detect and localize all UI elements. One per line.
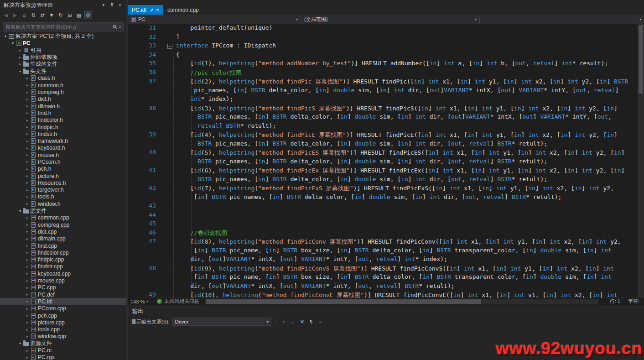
collapsed-arrow-icon[interactable]: ▸ (25, 104, 30, 108)
code-line[interactable]: 41 [id(6), helpstring("method findPicEx … (128, 167, 638, 176)
expanded-arrow-icon[interactable]: ▾ (17, 341, 23, 345)
output-source-dropdown[interactable]: Driver ▾ (172, 318, 271, 326)
code-line[interactable]: BSTR pic_names, [in] BSTR delta_color, [… (128, 176, 638, 185)
tree-item-picture.h[interactable]: ▸picture.h (0, 172, 126, 179)
collapsed-arrow-icon[interactable]: ▸ (25, 237, 30, 241)
tree-item-compreg.h[interactable]: ▸compreg.h (0, 89, 126, 95)
collapsed-arrow-icon[interactable]: ▸ (25, 174, 30, 178)
collapsed-arrow-icon[interactable]: ▸ (25, 223, 30, 227)
vertical-scrollbar[interactable] (638, 24, 644, 297)
collapsed-arrow-icon[interactable]: ▸ (25, 355, 30, 360)
tree-item-源文件[interactable]: ▾源文件 (0, 207, 126, 214)
code-line[interactable]: [in] BSTR pic_name, [in] BSTR box_size, … (128, 273, 638, 282)
switch-views-icon[interactable]: ⇅ (29, 11, 37, 19)
tree-item-pch.h[interactable]: ▸pch.h (0, 166, 126, 172)
collapsed-arrow-icon[interactable]: ▸ (25, 97, 30, 101)
collapsed-arrow-icon[interactable]: ▸ (25, 83, 30, 87)
collapsed-arrow-icon[interactable]: ▸ (25, 271, 30, 276)
back-icon[interactable]: ◀ (2, 11, 10, 19)
tree-item-PC[interactable]: ▾PC (0, 40, 126, 47)
tree-item-资源文件[interactable]: ▾资源文件 (0, 340, 126, 347)
code-line[interactable]: 42 [id(7), helpstring("method findPicExS… (128, 184, 638, 193)
code-line[interactable]: 43 (128, 202, 638, 211)
tree-item-PC.idl[interactable]: ▸PC.idl (0, 298, 126, 305)
zoom-control[interactable]: 143 % ▾ (128, 299, 151, 304)
collapsed-arrow-icon[interactable]: ▸ (25, 167, 30, 171)
window-menu-icon[interactable]: ▾ (100, 2, 107, 8)
code-line[interactable]: 47 [id(8), helpstring("method findPicCon… (128, 238, 638, 247)
code-line[interactable]: dir, [out]VARIANT* intX, [out] VARIANT* … (128, 282, 638, 292)
code-line[interactable]: 39 [id(4), helpstring("method findPicE 屏… (128, 131, 638, 140)
tab-common.cpp[interactable]: common.cpp (163, 5, 203, 15)
code-line[interactable]: 49 [id(10), helpstring("method findPicCo… (128, 291, 638, 297)
horizontal-scrollbar[interactable] (205, 299, 598, 304)
code-line[interactable]: 38 [id(3), helpstring("method findPicS 屏… (128, 104, 638, 114)
collapsed-arrow-icon[interactable]: ▸ (25, 160, 30, 164)
collapsed-arrow-icon[interactable]: ▸ (25, 244, 30, 248)
collapsed-arrow-icon[interactable]: ▸ (25, 334, 30, 339)
tree-item-find.cpp[interactable]: ▸find.cpp (0, 242, 126, 249)
code-editor[interactable]: 31 pointer_default(unique)32]33−interfac… (128, 24, 644, 297)
collapsed-arrow-icon[interactable]: ▸ (25, 118, 30, 122)
code-line[interactable]: BSTR pic_names, [in] BSTR delta_color, [… (128, 113, 638, 122)
tree-item-dllmain.cpp[interactable]: ▸dllmain.cpp (0, 235, 126, 242)
show-all-files-icon[interactable]: ▤ (75, 11, 83, 19)
close-icon[interactable]: × (116, 2, 124, 8)
collapsed-arrow-icon[interactable]: ▸ (17, 62, 23, 66)
tree-item-findcolor.h[interactable]: ▸findcolor.h (0, 117, 126, 124)
tree-item-framework.h[interactable]: ▸framework.h (0, 137, 126, 144)
collapsed-arrow-icon[interactable]: ▸ (25, 307, 30, 311)
code-line[interactable]: 32] (128, 33, 638, 42)
sync-with-active-document-icon[interactable]: ⇄ (38, 11, 47, 19)
tree-item-class.h[interactable]: ▸class.h (0, 75, 126, 82)
collapsed-arrow-icon[interactable]: ▸ (25, 90, 30, 94)
collapsed-arrow-icon[interactable]: ▸ (25, 181, 30, 185)
code-line[interactable]: retval] BSTR* retult); (128, 122, 638, 131)
tree-item-PC.rgs[interactable]: ▸PC.rgs (0, 354, 126, 360)
collapsed-arrow-icon[interactable]: ▸ (25, 328, 30, 332)
collapsed-arrow-icon[interactable]: ▸ (25, 265, 30, 269)
project-scope-dropdown[interactable]: PC ▾ (128, 15, 301, 24)
collapsed-arrow-icon[interactable]: ▸ (25, 299, 30, 303)
code-line[interactable]: 48 [id(9), helpstring("method findPicCon… (128, 265, 638, 274)
tree-item-tools.h[interactable]: ▸tools.h (0, 193, 126, 200)
tree-item-tools.cpp[interactable]: ▸tools.cpp (0, 326, 126, 333)
tree-item-keyboard.h[interactable]: ▸keyboard.h (0, 145, 126, 151)
collapsed-arrow-icon[interactable]: ▸ (25, 286, 30, 290)
code-line[interactable]: 33−interface IPCcom : IDispatch (128, 42, 638, 51)
code-line[interactable]: [in] BSTR pic_name, [in] BSTR box_size, … (128, 247, 638, 256)
collapsed-arrow-icon[interactable]: ▸ (25, 188, 30, 192)
code-line[interactable]: pic_names, [in] BSTR delta_color, [in] d… (128, 87, 638, 96)
toggle-word-wrap-icon[interactable]: ¶ (307, 318, 315, 326)
search-input[interactable]: 搜索解决方案资源管理器(Ctrl+;) ▾ (3, 22, 124, 31)
tree-item-findpic.cpp[interactable]: ▸findpic.cpp (0, 256, 126, 263)
collapsed-arrow-icon[interactable]: ▸ (25, 146, 30, 150)
properties-icon[interactable]: ⚙ (84, 11, 92, 19)
tree-item-dict.h[interactable]: ▸dict.h (0, 96, 126, 103)
code-line[interactable]: 35 [id(1), helpstring("method addNumber … (128, 60, 638, 69)
tree-item-findstr.cpp[interactable]: ▸findstr.cpp (0, 263, 126, 270)
collapsed-arrow-icon[interactable]: ▸ (25, 292, 30, 297)
collapsed-arrow-icon[interactable]: ▸ (25, 230, 30, 234)
collapsed-arrow-icon[interactable]: ▸ (25, 320, 30, 324)
expanded-arrow-icon[interactable]: ▾ (10, 41, 16, 45)
expanded-arrow-icon[interactable]: ▾ (17, 209, 23, 213)
tree-item-common.h[interactable]: ▸common.h (0, 82, 126, 89)
fold-collapse-icon[interactable]: − (167, 44, 172, 49)
collapsed-arrow-icon[interactable]: ▸ (17, 55, 23, 59)
tree-item-compreg.cpp[interactable]: ▸compreg.cpp (0, 221, 126, 228)
tree-item-findcolor.cpp[interactable]: ▸findcolor.cpp (0, 249, 126, 256)
collapsed-arrow-icon[interactable]: ▸ (25, 216, 30, 220)
expanded-arrow-icon[interactable]: ▾ (3, 34, 8, 38)
home-icon[interactable]: ⌂ (20, 11, 28, 19)
tree-item-common.cpp[interactable]: ▸common.cpp (0, 214, 126, 221)
vertical-scrollbar-thumb[interactable] (639, 25, 643, 94)
collapsed-arrow-icon[interactable]: ▸ (25, 76, 30, 80)
tree-item-keyboard.cpp[interactable]: ▸keyboard.cpp (0, 270, 126, 277)
tree-item-dllmain.h[interactable]: ▸dllmain.h (0, 103, 126, 110)
expanded-arrow-icon[interactable]: ▾ (17, 69, 23, 73)
close-icon[interactable]: × (156, 7, 159, 13)
tree-item-PC.def[interactable]: ▸PC.def (0, 291, 126, 298)
code-line[interactable]: dir, [out]VARIANT* intX, [out] VARIANT* … (128, 256, 638, 265)
goto-next-message-icon[interactable]: ↓ (289, 318, 297, 326)
